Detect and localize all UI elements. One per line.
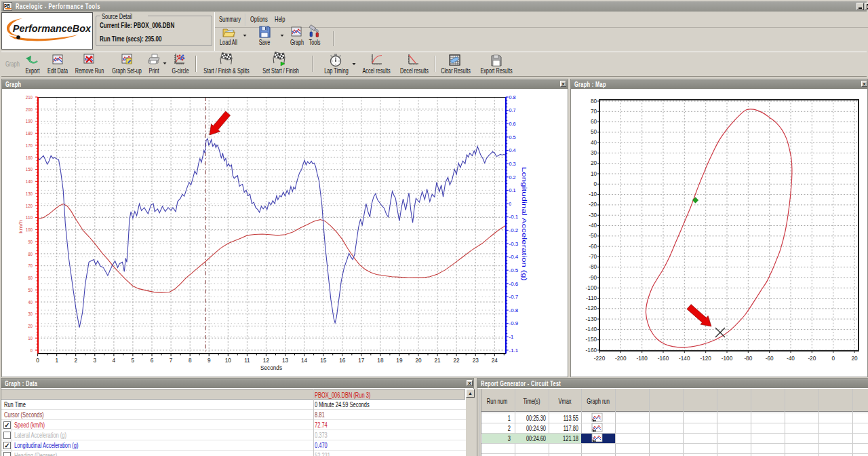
svg-text:50: 50 (591, 129, 597, 135)
svg-text:-80: -80 (589, 264, 597, 270)
svg-text:110: 110 (26, 214, 33, 221)
svg-text:20: 20 (851, 356, 858, 362)
svg-text:210: 210 (26, 94, 33, 100)
svg-text:190: 190 (26, 118, 33, 124)
svg-text:-150: -150 (586, 337, 597, 343)
svg-text:-0.7: -0.7 (509, 294, 519, 300)
svg-text:0: 0 (593, 181, 597, 187)
svg-text:11: 11 (244, 358, 250, 364)
svg-text:0.2: 0.2 (509, 174, 516, 180)
svg-text:0.8: 0.8 (509, 94, 516, 100)
svg-text:0: 0 (831, 356, 835, 362)
svg-text:150: 150 (26, 166, 33, 172)
svg-text:20: 20 (28, 323, 33, 329)
svg-text:30: 30 (591, 150, 597, 156)
svg-text:1: 1 (55, 358, 58, 364)
svg-text:40: 40 (28, 299, 33, 305)
svg-text:140: 140 (26, 178, 33, 185)
svg-text:120: 120 (26, 203, 33, 209)
svg-text:-0.5: -0.5 (509, 267, 519, 273)
svg-text:12: 12 (263, 358, 270, 364)
svg-text:23: 23 (473, 358, 479, 364)
svg-text:160: 160 (26, 155, 33, 161)
svg-text:-130: -130 (586, 316, 597, 322)
svg-text:15: 15 (320, 358, 327, 364)
svg-text:0: 0 (509, 201, 512, 207)
svg-text:-20: -20 (808, 356, 816, 362)
svg-text:9: 9 (208, 358, 211, 364)
svg-text:Longitudinal Acceleration (g): Longitudinal Acceleration (g) (521, 167, 528, 281)
svg-text:80: 80 (28, 251, 33, 257)
svg-text:-100: -100 (722, 356, 733, 362)
svg-text:-0.1: -0.1 (509, 214, 519, 220)
svg-text:-160: -160 (658, 356, 669, 362)
svg-text:-0.8: -0.8 (509, 307, 519, 314)
svg-text:-0.2: -0.2 (509, 227, 519, 233)
svg-text:10: 10 (225, 358, 232, 364)
svg-text:130: 130 (26, 191, 33, 197)
svg-text:-0.4: -0.4 (509, 254, 519, 260)
svg-text:-140: -140 (679, 356, 690, 362)
svg-text:0: 0 (36, 358, 39, 364)
svg-text:-120: -120 (586, 305, 597, 311)
svg-text:16: 16 (339, 358, 346, 364)
svg-text:17: 17 (358, 358, 365, 364)
svg-text:22: 22 (454, 358, 460, 364)
svg-text:200: 200 (26, 107, 33, 113)
svg-text:4: 4 (113, 358, 116, 364)
svg-text:-100: -100 (586, 285, 597, 291)
svg-text:13: 13 (282, 358, 289, 364)
svg-text:-160: -160 (586, 347, 597, 354)
svg-text:-200: -200 (615, 356, 627, 362)
svg-text:-60: -60 (589, 244, 597, 250)
svg-text:60: 60 (591, 119, 597, 125)
svg-text:-0.9: -0.9 (509, 320, 519, 326)
svg-text:-120: -120 (701, 356, 712, 362)
svg-text:-10: -10 (589, 191, 597, 197)
svg-text:2: 2 (74, 358, 77, 364)
svg-text:-40: -40 (589, 223, 597, 229)
svg-text:180: 180 (26, 130, 33, 136)
svg-text:70: 70 (591, 109, 597, 115)
svg-text:0.4: 0.4 (509, 147, 517, 153)
svg-text:100: 100 (26, 227, 33, 233)
svg-text:24: 24 (492, 358, 498, 364)
svg-text:6: 6 (151, 358, 154, 364)
svg-text:-90: -90 (589, 275, 597, 281)
svg-text:-0.6: -0.6 (509, 281, 519, 287)
svg-text:0: 0 (31, 347, 33, 354)
svg-text:7: 7 (170, 358, 173, 364)
svg-text:-60: -60 (766, 356, 774, 362)
svg-text:-30: -30 (589, 212, 597, 218)
svg-text:0.7: 0.7 (509, 107, 516, 113)
svg-text:20: 20 (415, 358, 422, 364)
svg-text:90: 90 (28, 239, 33, 245)
svg-text:-0.3: -0.3 (509, 241, 519, 247)
svg-text:5: 5 (132, 358, 135, 364)
svg-text:30: 30 (28, 311, 33, 317)
svg-text:0.6: 0.6 (509, 121, 516, 127)
svg-text:-1: -1 (509, 334, 514, 340)
svg-text:80: 80 (591, 98, 597, 104)
svg-text:-70: -70 (589, 254, 597, 260)
svg-text:Seconds: Seconds (260, 365, 282, 371)
svg-text:8: 8 (189, 358, 192, 364)
svg-text:14: 14 (301, 358, 308, 364)
svg-text:20: 20 (591, 160, 597, 166)
svg-text:-40: -40 (787, 356, 795, 362)
svg-text:18: 18 (377, 358, 384, 364)
svg-text:60: 60 (28, 275, 33, 281)
svg-text:-110: -110 (586, 295, 597, 301)
svg-text:-20: -20 (589, 202, 597, 208)
svg-text:-80: -80 (744, 356, 752, 362)
svg-text:0.3: 0.3 (509, 161, 516, 167)
svg-text:-50: -50 (589, 233, 597, 239)
svg-text:-140: -140 (586, 326, 597, 332)
svg-text:40: 40 (591, 140, 597, 146)
svg-text:km/h: km/h (18, 220, 24, 233)
svg-text:0.1: 0.1 (509, 187, 516, 193)
svg-text:-220: -220 (594, 356, 606, 362)
svg-text:21: 21 (435, 358, 441, 364)
svg-text:19: 19 (396, 358, 403, 364)
svg-text:10: 10 (28, 335, 33, 341)
